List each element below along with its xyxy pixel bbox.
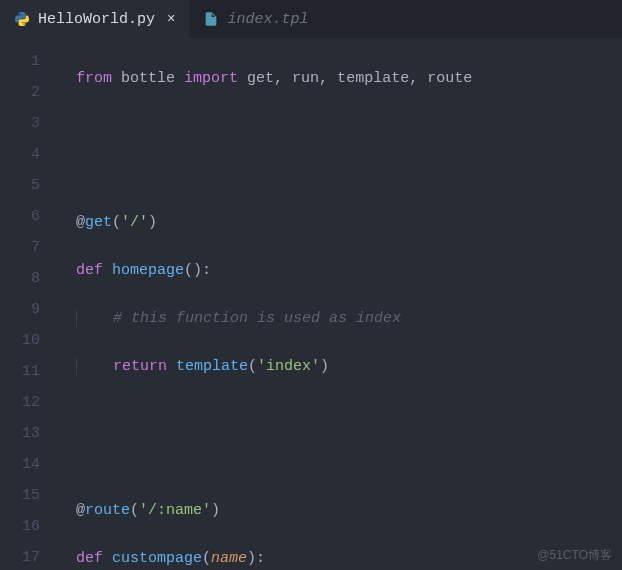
tab-label: index.tpl	[227, 11, 308, 28]
line-number: 2	[0, 77, 58, 108]
line-number: 11	[0, 356, 58, 387]
code-line	[58, 159, 622, 190]
line-number: 9	[0, 294, 58, 325]
line-number: 13	[0, 418, 58, 449]
line-number: 17	[0, 542, 58, 570]
line-number: 12	[0, 387, 58, 418]
line-number: 4	[0, 139, 58, 170]
code-line: from bottle import get, run, template, r…	[58, 63, 622, 94]
tab-indextpl[interactable]: index.tpl	[189, 0, 322, 38]
code-line	[58, 399, 622, 430]
line-number: 5	[0, 170, 58, 201]
line-number: 14	[0, 449, 58, 480]
code-line: def homepage():	[58, 255, 622, 286]
python-icon	[14, 11, 30, 27]
close-icon[interactable]: ×	[167, 11, 175, 27]
code-line: # this function is used as index	[58, 303, 622, 334]
watermark: @51CTO博客	[537, 547, 612, 564]
line-number: 16	[0, 511, 58, 542]
line-number: 1	[0, 46, 58, 77]
file-icon	[203, 11, 219, 27]
line-gutter: 1 2 3 4 5 6 7 8 9 10 11 12 13 14 15 16 1…	[0, 38, 58, 570]
editor: 1 2 3 4 5 6 7 8 9 10 11 12 13 14 15 16 1…	[0, 38, 622, 570]
tab-helloworld[interactable]: HelloWorld.py ×	[0, 0, 189, 38]
code-line	[58, 111, 622, 142]
code-line	[58, 447, 622, 478]
line-number: 6	[0, 201, 58, 232]
line-number: 7	[0, 232, 58, 263]
code-line: @get('/')	[58, 207, 622, 238]
line-number: 15	[0, 480, 58, 511]
code-line: return template('index')	[58, 351, 622, 382]
line-number: 3	[0, 108, 58, 139]
tab-bar: HelloWorld.py × index.tpl	[0, 0, 622, 38]
code-line: @route('/:name')	[58, 495, 622, 526]
code-area[interactable]: from bottle import get, run, template, r…	[58, 38, 622, 570]
tab-label: HelloWorld.py	[38, 11, 155, 28]
line-number: 10	[0, 325, 58, 356]
line-number: 8	[0, 263, 58, 294]
